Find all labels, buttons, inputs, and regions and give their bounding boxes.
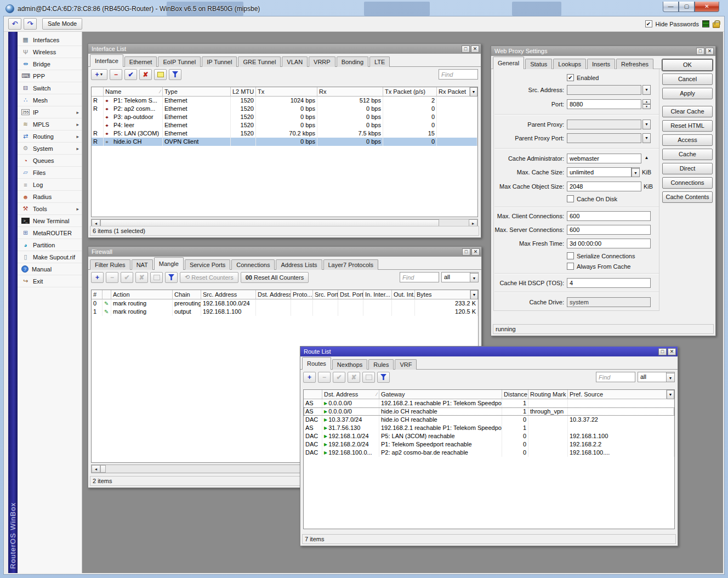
tab-routes[interactable]: Routes bbox=[302, 357, 331, 370]
enabled-checkbox[interactable]: ✔ bbox=[567, 74, 574, 81]
col-number[interactable]: # bbox=[92, 290, 103, 299]
sidebar-item-bridge[interactable]: ⇹Bridge bbox=[18, 58, 82, 70]
add-button[interactable]: + bbox=[91, 272, 104, 283]
tab-refreshes[interactable]: Refreshes bbox=[616, 59, 653, 69]
reset-counters-button[interactable]: ⟲ Reset Counters bbox=[180, 272, 238, 283]
col-protocol[interactable]: Proto... bbox=[291, 290, 313, 299]
find-input[interactable] bbox=[596, 372, 635, 382]
col-chain[interactable]: Chain bbox=[173, 290, 201, 299]
tab-address-lists[interactable]: Address Lists bbox=[276, 259, 322, 270]
remove-button[interactable]: − bbox=[110, 69, 122, 80]
tab-mangle[interactable]: Mangle bbox=[154, 257, 184, 270]
minimize-button[interactable]: — bbox=[663, 2, 679, 12]
tab-lookups[interactable]: Lookups bbox=[553, 59, 586, 69]
ok-button[interactable]: OK bbox=[662, 59, 713, 71]
col-flag[interactable] bbox=[92, 87, 104, 97]
col-routing-mark[interactable]: Routing Mark bbox=[528, 390, 568, 399]
firewall-titlebar[interactable]: Firewall □ ✕ bbox=[88, 247, 481, 257]
spin-down-icon[interactable]: ▼ bbox=[642, 104, 651, 109]
sidebar-item-tools[interactable]: ⚒Tools▸ bbox=[18, 203, 82, 215]
mangle-rule-row[interactable]: 1 ✎ mark routing output 192.168.1.100 12… bbox=[92, 308, 478, 316]
restore-icon[interactable]: □ bbox=[462, 46, 470, 53]
sidebar-item-make-supout[interactable]: ▯Make Supout.rif bbox=[18, 251, 82, 263]
tab-ip-tunnel[interactable]: IP Tunnel bbox=[202, 56, 237, 67]
route-row-focused[interactable]: AS ▶0.0.0.0/0 hide.io CH reachable 1 thr… bbox=[304, 407, 674, 416]
filter-button[interactable] bbox=[377, 372, 390, 383]
chevron-down-icon[interactable]: ▼ bbox=[642, 85, 651, 95]
disable-button[interactable]: ✘ bbox=[348, 372, 360, 383]
restore-icon[interactable]: □ bbox=[462, 248, 470, 256]
col-pref-source[interactable]: Pref. Source bbox=[568, 390, 667, 399]
interface-row[interactable]: R ◂▸P1: Telekom S... Ethernet 1520 1024 … bbox=[92, 97, 477, 105]
remove-button[interactable]: − bbox=[106, 272, 118, 283]
tab-nexthops[interactable]: Nexthops bbox=[332, 359, 367, 370]
tab-lte[interactable]: LTE bbox=[369, 56, 390, 67]
col-tx[interactable]: Tx bbox=[256, 87, 317, 97]
tab-vlan[interactable]: VLAN bbox=[282, 56, 308, 67]
port-input[interactable] bbox=[567, 99, 641, 109]
tab-gre-tunnel[interactable]: GRE Tunnel bbox=[238, 56, 281, 67]
web-proxy-titlebar[interactable]: Web Proxy Settings □ ✕ bbox=[491, 46, 715, 56]
tab-vrf[interactable]: VRF bbox=[395, 359, 417, 370]
always-from-cache-checkbox[interactable] bbox=[567, 263, 574, 270]
remove-button[interactable]: − bbox=[318, 372, 331, 383]
disable-button[interactable]: ✘ bbox=[135, 272, 148, 283]
cache-on-disk-checkbox[interactable] bbox=[567, 195, 574, 202]
scrollbar-thumb[interactable] bbox=[100, 465, 106, 473]
scroll-left-button[interactable]: ◂ bbox=[92, 465, 100, 473]
tab-inserts[interactable]: Inserts bbox=[587, 59, 615, 69]
sidebar-item-system[interactable]: ⚙System▸ bbox=[18, 143, 82, 155]
src-address-field[interactable] bbox=[567, 85, 641, 95]
disable-button[interactable]: ✘ bbox=[139, 69, 152, 80]
sidebar-item-partition[interactable]: ◕Partition bbox=[18, 239, 82, 251]
window-titlebar[interactable]: admin@D4:CA:6D:78:C8:86 (RB450G-Router) … bbox=[2, 2, 726, 16]
sidebar-item-radius[interactable]: ☻Radius bbox=[18, 191, 82, 203]
col-dst-address[interactable]: Dst. Address bbox=[256, 290, 291, 299]
max-client-input[interactable] bbox=[567, 211, 651, 221]
parent-proxy-field[interactable] bbox=[567, 120, 641, 129]
interface-row[interactable]: R ◂▸P5: LAN (3COM) Ethernet 1520 70.2 kb… bbox=[92, 129, 477, 138]
comment-button[interactable] bbox=[150, 272, 163, 283]
tab-filter-rules[interactable]: Filter Rules bbox=[90, 259, 130, 270]
tab-service-ports[interactable]: Service Ports bbox=[185, 259, 230, 270]
route-row[interactable]: DAC ▶192.168.2.0/24 P1: Telekom Speedpor… bbox=[304, 440, 674, 449]
sidebar-item-interfaces[interactable]: ▦Interfaces bbox=[18, 34, 82, 46]
close-button[interactable]: ✕ bbox=[695, 2, 719, 12]
route-row[interactable]: DAC ▶192.168.100.0... P2: ap2 cosmo-bar.… bbox=[304, 449, 674, 457]
interface-row[interactable]: R ◂▸P2: ap2 cosm... Ethernet 1520 0 bps … bbox=[92, 105, 477, 113]
col-dst-address[interactable]: Dst. Address∕ bbox=[322, 390, 379, 399]
col-in-interface[interactable]: In. Inter... bbox=[363, 290, 392, 299]
col-bytes[interactable]: Bytes bbox=[415, 290, 470, 299]
sidebar-item-log[interactable]: ≡Log bbox=[18, 179, 82, 191]
col-src-address[interactable]: Src. Address bbox=[201, 290, 256, 299]
restore-icon[interactable]: □ bbox=[696, 48, 704, 55]
filter-scope-combo[interactable]: all ▼ bbox=[441, 272, 479, 282]
close-icon[interactable]: ✕ bbox=[706, 48, 714, 55]
sidebar-item-wireless[interactable]: ΨWireless bbox=[18, 46, 82, 58]
interface-list-titlebar[interactable]: Interface List □ ✕ bbox=[88, 44, 481, 54]
undo-button[interactable]: ↶ bbox=[8, 18, 21, 30]
interface-row-selected[interactable]: R ◂▸hide.io CH OVPN Client 0 bps 0 bps 0 bbox=[92, 138, 477, 146]
tab-rules[interactable]: Rules bbox=[368, 359, 394, 370]
max-cache-object-input[interactable] bbox=[567, 182, 641, 191]
serialize-connections-checkbox[interactable] bbox=[567, 252, 574, 259]
col-out-interface[interactable]: Out. Int... bbox=[392, 290, 415, 299]
tab-eoip-tunnel[interactable]: EoIP Tunnel bbox=[158, 56, 201, 67]
column-menu-button[interactable]: ▼ bbox=[470, 290, 478, 299]
cancel-button[interactable]: Cancel bbox=[662, 73, 713, 85]
sidebar-item-routing[interactable]: ⇄Routing▸ bbox=[18, 131, 82, 143]
col-rx[interactable]: Rx bbox=[317, 87, 383, 97]
col-tx-packet[interactable]: Tx Packet (p/s) bbox=[383, 87, 437, 97]
tab-connections[interactable]: Connections bbox=[231, 259, 275, 270]
enable-button[interactable]: ✔ bbox=[333, 372, 345, 383]
filter-button[interactable] bbox=[165, 272, 178, 283]
chevron-down-icon[interactable]: ▼ bbox=[642, 133, 651, 143]
clear-cache-button[interactable]: Clear Cache bbox=[662, 106, 713, 117]
parent-proxy-port-field[interactable] bbox=[567, 133, 641, 143]
sidebar-item-ip[interactable]: 255IP▸ bbox=[18, 106, 82, 118]
close-icon[interactable]: ✕ bbox=[471, 46, 479, 53]
col-action[interactable]: Action bbox=[111, 290, 173, 299]
cache-admin-input[interactable] bbox=[567, 154, 641, 163]
max-server-input[interactable] bbox=[567, 225, 651, 235]
interface-row[interactable]: ◂▸P4: leer Ethernet 1520 0 bps 0 bps 0 bbox=[92, 121, 477, 129]
